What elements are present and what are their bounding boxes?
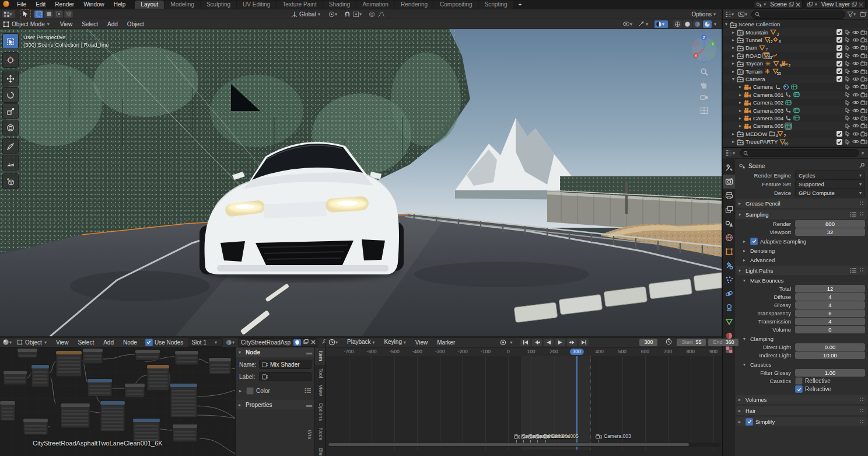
shader-menu-node[interactable]: Node (118, 338, 142, 347)
shader-node[interactable] (32, 365, 49, 387)
node-panel-header[interactable]: ▾Node ▬ (236, 347, 315, 357)
workspace-tab-sculpting[interactable]: Sculpting (201, 1, 236, 9)
viewport-menu-object[interactable]: Object (123, 20, 149, 29)
viewport-canvas[interactable] (0, 29, 722, 336)
material-browse-button[interactable]: ▾ (226, 339, 237, 346)
overlays-button[interactable]: ▾ (639, 21, 650, 27)
toggle-grid-icon[interactable] (698, 104, 710, 117)
tool-transform[interactable] (2, 120, 19, 135)
shader-node[interactable] (147, 365, 169, 391)
panel-grip-icon[interactable]: ▬ (306, 349, 312, 356)
hide-in-viewport-toggle[interactable] (852, 36, 859, 44)
camera-view-icon[interactable] (698, 91, 710, 104)
viewport-menu-add[interactable]: Add (103, 20, 123, 29)
shading-rendered-button[interactable] (703, 20, 712, 28)
use-nodes-toggle[interactable]: Use Nodes (145, 339, 183, 346)
properties-tab-particles[interactable] (723, 273, 735, 287)
shader-node[interactable] (209, 358, 231, 374)
selectable-toggle[interactable] (844, 75, 851, 83)
outliner-row-camera[interactable]: ▸Camera (723, 83, 868, 90)
properties-tab-output[interactable] (723, 189, 735, 203)
unlink-material-icon[interactable] (311, 339, 316, 346)
slider-render[interactable]: 800 (795, 220, 865, 228)
slider-volume[interactable]: 0 (795, 326, 865, 333)
select-mode-lasso[interactable] (64, 11, 73, 18)
selectable-toggle[interactable] (844, 83, 851, 90)
selectable-toggle[interactable] (844, 60, 851, 67)
outliner-row-mountain[interactable]: ▸Mountain3 (723, 28, 868, 36)
auto-keying-button[interactable] (498, 339, 508, 346)
material-slot-selector[interactable]: Slot 1▾ (188, 338, 223, 347)
properties-options[interactable]: ▾ (862, 151, 866, 156)
timeline-scrollbar[interactable] (327, 443, 721, 447)
hide-in-viewport-toggle[interactable] (852, 52, 859, 60)
slider-glossy[interactable]: 4 (795, 301, 865, 309)
timeline-menu-playback[interactable]: Playback ▾ (342, 337, 379, 347)
outliner-row-camera-001[interactable]: ▸Camera.001 (723, 91, 868, 99)
shader-node[interactable] (88, 379, 112, 396)
properties-tab-constraints[interactable] (723, 301, 735, 315)
expand-arrow[interactable]: ▸ (732, 53, 737, 58)
shading-solid-button[interactable] (683, 20, 692, 28)
outliner-row-camera[interactable]: ▾Camera (723, 75, 868, 83)
active-tool-indicator[interactable] (20, 9, 31, 19)
disable-in-renders-toggle[interactable] (860, 52, 867, 60)
menu-file[interactable]: File (12, 0, 31, 9)
snap-magnet-icon[interactable] (344, 11, 351, 18)
workspace-tab-uv-editing[interactable]: UV Editing (237, 1, 276, 9)
expand-arrow[interactable]: ▸ (739, 84, 744, 89)
subpanel-adaptive-sampling[interactable]: ▸Adaptive Sampling (741, 237, 867, 245)
hide-in-viewport-toggle[interactable] (852, 44, 859, 51)
selectable-toggle[interactable] (844, 107, 851, 114)
outliner-row-scene collection[interactable]: ▾Scene Collection (723, 20, 868, 28)
slider-filter-glossy[interactable]: 1.00 (795, 369, 865, 377)
disable-in-renders-toggle[interactable] (860, 36, 867, 44)
disable-in-renders-toggle[interactable] (860, 68, 867, 75)
shader-node[interactable] (23, 419, 48, 435)
unlink-scene-icon[interactable] (796, 2, 800, 7)
properties-tab-view-layer[interactable] (723, 203, 735, 217)
shading-wireframe-button[interactable] (673, 20, 682, 28)
copy-material-icon[interactable] (303, 339, 309, 346)
editor-type-button[interactable]: ▾ (2, 11, 15, 18)
add-workspace-button[interactable]: + (514, 0, 527, 9)
viewport-menu-select[interactable]: Select (77, 20, 103, 29)
properties-nav-button[interactable]: ▾ (725, 149, 737, 156)
slider-transparency[interactable]: 8 (795, 309, 865, 317)
slider-total[interactable]: 12 (795, 285, 865, 293)
outliner-row-camera-002[interactable]: ▸Camera.002 (723, 99, 868, 106)
slider-indirect-light[interactable]: 10.00 (795, 351, 865, 359)
tool-rotate[interactable] (2, 87, 19, 103)
sidebar-tab-view[interactable]: View (315, 381, 326, 399)
expand-arrow[interactable]: ▸ (732, 61, 737, 66)
hide-in-viewport-toggle[interactable] (852, 75, 859, 83)
disable-in-renders-toggle[interactable] (860, 29, 867, 36)
workspace-tab-compositing[interactable]: Compositing (434, 1, 478, 9)
panel-hair[interactable]: ▸Hair (736, 406, 867, 415)
tool-select-box[interactable] (2, 33, 19, 49)
shader-node[interactable] (61, 403, 90, 428)
sidebar-tab-tool[interactable]: Tool (315, 365, 326, 382)
new-scene-icon[interactable] (789, 2, 794, 7)
hide-in-viewport-toggle[interactable] (852, 68, 859, 75)
menu-edit[interactable]: Edit (31, 0, 50, 9)
outliner-row-terrain[interactable]: ▸Terrain55 (723, 67, 868, 75)
outliner-display-mode[interactable]: ▾ (724, 11, 736, 18)
timeline-menu-view[interactable]: View (411, 338, 433, 347)
subpanel-caustics[interactable]: ▾Caustics (741, 360, 867, 368)
hide-in-viewport-toggle[interactable] (852, 83, 859, 90)
node-label-field[interactable] (259, 372, 312, 381)
expand-arrow[interactable]: ▸ (739, 123, 744, 128)
snap-settings-button[interactable]: ▾ (353, 11, 364, 18)
slider-direct-light[interactable]: 0.00 (795, 343, 865, 351)
outliner-row-camera-003[interactable]: ▸Camera.003 (723, 106, 868, 114)
material-name-field[interactable]: CityStreetRoadAsp... (238, 338, 318, 347)
shading-material-button[interactable] (693, 20, 702, 28)
pan-hand-icon[interactable] (698, 78, 710, 91)
outliner-row-medow[interactable]: ▸MEDOW42 (723, 130, 868, 138)
subpanel-clamping[interactable]: ▾Clamping (741, 335, 867, 343)
timeline-menu-marker[interactable]: Marker (432, 338, 460, 347)
xray-toggle[interactable]: ▾ (654, 20, 668, 28)
disable-in-renders-toggle[interactable] (860, 130, 867, 138)
pivot-point-button[interactable]: ▾ (328, 11, 340, 18)
